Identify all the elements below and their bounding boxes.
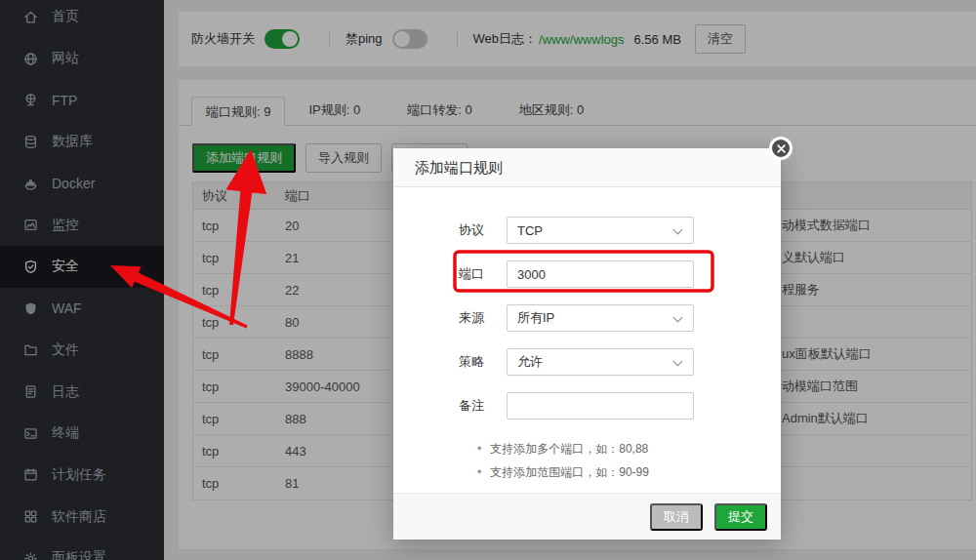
port-text-input[interactable] <box>517 261 683 287</box>
port-tip: 支持添加范围端口，如：90-99 <box>477 460 781 484</box>
chevron-down-icon <box>673 313 683 323</box>
modal-body: 协议TCP端口来源所有IP策略允许备注 支持添加多个端口，如：80,88支持添加… <box>393 217 781 522</box>
remark-input[interactable] <box>507 392 694 420</box>
protocol-field-row: 协议TCP <box>393 217 781 244</box>
port-tips-list: 支持添加多个端口，如：80,88支持添加范围端口，如：90-99 <box>477 437 781 484</box>
port-field-row: 端口 <box>393 260 781 288</box>
policy-field-row: 策略允许 <box>393 348 781 376</box>
source-selected-value: 所有IP <box>517 309 554 327</box>
source-field-row: 来源所有IP <box>393 304 781 332</box>
submit-button[interactable]: 提交 <box>714 503 767 531</box>
add-port-rule-modal: 添加端口规则 协议TCP端口来源所有IP策略允许备注 支持添加多个端口，如：80… <box>393 148 781 540</box>
protocol-label: 协议 <box>393 221 484 239</box>
policy-selected-value: 允许 <box>517 353 543 371</box>
policy-label: 策略 <box>393 353 484 371</box>
port-tip: 支持添加多个端口，如：80,88 <box>477 437 781 460</box>
port-label: 端口 <box>393 265 484 283</box>
modal-title: 添加端口规则 <box>393 148 781 187</box>
close-icon[interactable] <box>769 137 793 160</box>
protocol-selected-value: TCP <box>517 223 543 238</box>
source-label: 来源 <box>393 309 484 327</box>
chevron-down-icon <box>673 357 683 367</box>
modal-footer: 取消 提交 <box>393 493 781 540</box>
remark-label: 备注 <box>393 397 484 415</box>
remark-field-row: 备注 <box>393 392 781 420</box>
cancel-button[interactable]: 取消 <box>650 503 703 531</box>
port-input[interactable] <box>507 260 694 288</box>
chevron-down-icon <box>673 225 683 235</box>
source-select[interactable]: 所有IP <box>507 304 694 332</box>
protocol-select[interactable]: TCP <box>507 217 694 244</box>
remark-text-input[interactable] <box>517 393 683 419</box>
policy-select[interactable]: 允许 <box>507 348 694 376</box>
